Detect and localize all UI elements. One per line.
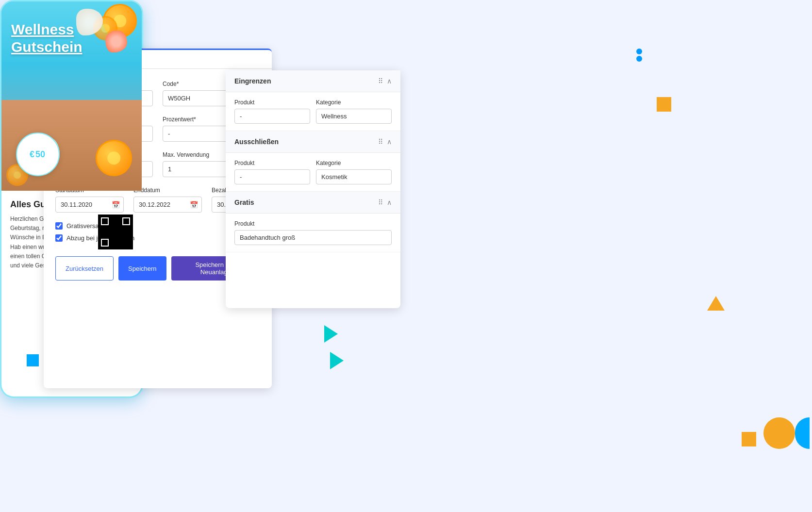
gratisversand-checkbox[interactable] bbox=[55, 222, 63, 230]
eingrenzen-collapse-icon[interactable]: ∧ bbox=[387, 77, 392, 85]
svg-rect-20 bbox=[100, 231, 102, 233]
svg-rect-39 bbox=[112, 240, 114, 242]
svg-rect-28 bbox=[123, 228, 125, 230]
deco-triangle-orange-right bbox=[707, 296, 725, 311]
gratis-icons: ⠿ ∧ bbox=[378, 198, 392, 206]
svg-rect-15 bbox=[115, 222, 116, 224]
svg-rect-46 bbox=[126, 243, 128, 245]
svg-rect-2 bbox=[102, 218, 108, 224]
enddatum-label: Enddatum bbox=[133, 187, 202, 194]
eingrenzen-produkt-input[interactable] bbox=[234, 109, 310, 124]
deco-dot-blue-top bbox=[636, 56, 642, 62]
svg-rect-24 bbox=[112, 228, 114, 230]
ausschliessen-collapse-icon[interactable]: ∧ bbox=[387, 138, 392, 146]
deco-circle-orange-right bbox=[763, 417, 795, 449]
voucher-image-section: Wellness Gutschein €50 bbox=[1, 1, 142, 191]
svg-rect-25 bbox=[115, 228, 116, 230]
gratis-collapse-icon[interactable]: ∧ bbox=[387, 198, 392, 206]
deco-triangle-blue-1 bbox=[324, 325, 338, 343]
svg-rect-17 bbox=[100, 228, 102, 230]
svg-rect-32 bbox=[112, 234, 114, 236]
price-value: 50 bbox=[35, 149, 45, 160]
svg-rect-21 bbox=[106, 231, 108, 233]
gratis-row: Produkt bbox=[226, 214, 400, 252]
eingrenzen-kategorie-label: Kategorie bbox=[316, 99, 392, 106]
ausschliessen-produkt-col: Produkt bbox=[234, 160, 310, 184]
svg-rect-38 bbox=[123, 237, 125, 239]
svg-rect-19 bbox=[106, 228, 108, 230]
gratis-drag-icon[interactable]: ⠿ bbox=[378, 198, 383, 206]
svg-rect-29 bbox=[112, 231, 114, 233]
svg-rect-40 bbox=[117, 240, 119, 242]
eingrenzen-produkt-col: Produkt bbox=[234, 99, 310, 124]
eingrenzen-title: Eingrenzen bbox=[234, 77, 271, 85]
voucher-background: Wellness Gutschein €50 bbox=[1, 1, 142, 191]
svg-rect-48 bbox=[112, 246, 114, 248]
svg-rect-49 bbox=[117, 246, 119, 248]
save-button[interactable]: Speichern bbox=[118, 256, 166, 281]
abzug-checkbox[interactable] bbox=[55, 234, 63, 242]
ausschliessen-produkt-input[interactable] bbox=[234, 169, 310, 184]
svg-rect-30 bbox=[117, 231, 119, 233]
svg-rect-33 bbox=[115, 234, 116, 236]
panel-filter: Eingrenzen ⠿ ∧ Produkt Kategorie Ausschl… bbox=[226, 70, 400, 308]
gratis-produkt-input[interactable] bbox=[234, 230, 392, 245]
gratis-header: Gratis ⠿ ∧ bbox=[226, 192, 400, 214]
startdatum-calendar-icon[interactable]: 📅 bbox=[112, 201, 120, 209]
svg-rect-45 bbox=[123, 243, 125, 245]
ausschliessen-kategorie-input[interactable] bbox=[316, 169, 392, 184]
ausschliessen-kategorie-label: Kategorie bbox=[316, 160, 392, 166]
svg-rect-16 bbox=[117, 222, 119, 224]
ausschliessen-icons: ⠿ ∧ bbox=[378, 138, 392, 146]
eingrenzen-icons: ⠿ ∧ bbox=[378, 77, 392, 85]
section-ausschliessen: Ausschließen ⠿ ∧ Produkt Kategorie bbox=[226, 131, 400, 192]
svg-rect-14 bbox=[112, 222, 114, 224]
section-gratis: Gratis ⠿ ∧ Produkt bbox=[226, 192, 400, 252]
ausschliessen-kategorie-col: Kategorie bbox=[316, 160, 392, 184]
svg-rect-8 bbox=[102, 240, 108, 246]
svg-rect-42 bbox=[126, 240, 128, 242]
eingrenzen-row: Produkt Kategorie bbox=[226, 92, 400, 131]
svg-rect-10 bbox=[115, 216, 116, 218]
svg-rect-22 bbox=[100, 234, 102, 236]
svg-rect-44 bbox=[120, 243, 122, 245]
svg-rect-36 bbox=[115, 237, 116, 239]
ausschliessen-produkt-label: Produkt bbox=[234, 160, 310, 166]
eingrenzen-produkt-label: Produkt bbox=[234, 99, 310, 106]
svg-rect-35 bbox=[112, 237, 114, 239]
reset-button[interactable]: Zurücksetzen bbox=[55, 256, 114, 281]
gratis-produkt-col: Produkt bbox=[234, 220, 392, 245]
form-group-enddatum: Enddatum 📅 bbox=[133, 187, 202, 213]
svg-rect-34 bbox=[120, 234, 122, 236]
ausschliessen-title: Ausschließen bbox=[234, 138, 279, 146]
deco-triangle-blue-2 bbox=[330, 352, 344, 369]
price-badge: €50 bbox=[16, 132, 60, 176]
deco-square-orange-top bbox=[657, 97, 671, 112]
svg-rect-9 bbox=[112, 216, 114, 218]
svg-rect-37 bbox=[117, 237, 119, 239]
eingrenzen-kategorie-col: Kategorie bbox=[316, 99, 392, 124]
enddatum-wrapper: 📅 bbox=[133, 197, 202, 213]
svg-rect-12 bbox=[112, 219, 114, 221]
deco-half-blue-right bbox=[795, 417, 810, 449]
svg-rect-5 bbox=[123, 218, 129, 224]
enddatum-calendar-icon[interactable]: 📅 bbox=[190, 201, 198, 209]
eingrenzen-header: Eingrenzen ⠿ ∧ bbox=[226, 70, 400, 92]
svg-rect-43 bbox=[115, 243, 116, 245]
gratis-title: Gratis bbox=[234, 198, 254, 206]
svg-rect-47 bbox=[126, 246, 128, 248]
svg-rect-31 bbox=[123, 231, 125, 233]
eingrenzen-kategorie-input[interactable] bbox=[316, 109, 392, 124]
orange-slice-3 bbox=[96, 140, 132, 176]
section-eingrenzen: Eingrenzen ⠿ ∧ Produkt Kategorie bbox=[226, 70, 400, 131]
deco-square-orange-right bbox=[742, 432, 756, 446]
svg-rect-27 bbox=[120, 228, 122, 230]
ausschliessen-drag-icon[interactable]: ⠿ bbox=[378, 138, 383, 146]
eingrenzen-drag-icon[interactable]: ⠿ bbox=[378, 77, 383, 85]
qr-code bbox=[98, 215, 133, 249]
svg-rect-23 bbox=[103, 234, 105, 236]
price-symbol: € bbox=[30, 149, 34, 160]
ausschliessen-row: Produkt Kategorie bbox=[226, 153, 400, 191]
voucher-title: Wellness Gutschein bbox=[11, 21, 83, 56]
svg-rect-26 bbox=[117, 228, 119, 230]
